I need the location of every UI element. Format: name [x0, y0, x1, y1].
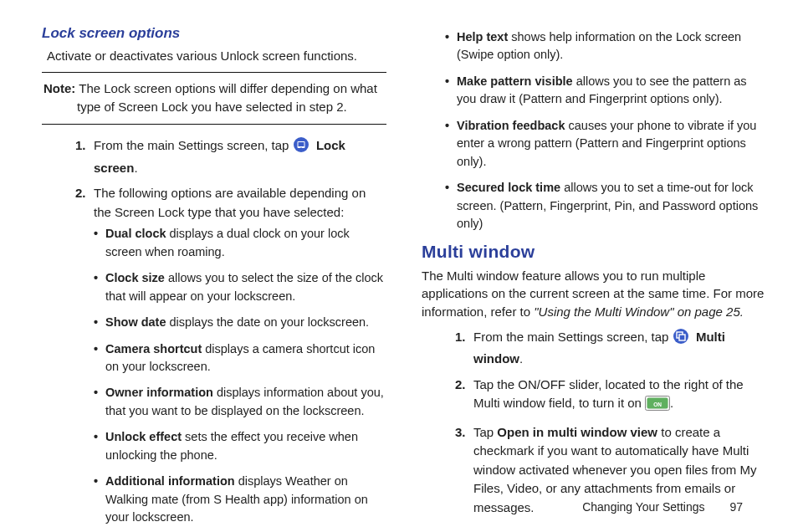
lock-step-2-text: The following options are available depe… — [94, 186, 366, 219]
multi-window-steps: From the main Settings screen, tap Multi… — [422, 328, 766, 518]
lock-step-1-text: From the main Settings screen, tap — [94, 138, 293, 152]
bullet-label: Secured lock time — [457, 181, 560, 194]
bullet-label: Owner information — [105, 386, 213, 399]
mw-intro-ref: "Using the Multi Window" — [534, 304, 673, 319]
left-column: Lock screen options Activate or deactiva… — [42, 25, 386, 532]
mw-step-1-end: . — [519, 351, 523, 366]
bullet-label: Show date — [105, 315, 166, 329]
bullet-label: Help text — [457, 30, 508, 43]
multi-window-icon — [673, 328, 689, 350]
mw-step-2-end: . — [670, 396, 673, 410]
columns: Lock screen options Activate or deactiva… — [42, 25, 766, 532]
bullet-label: Camera shortcut — [105, 342, 202, 356]
bullet-text: displays the date on your lockscreen. — [166, 315, 370, 329]
mw-step-2-text: Tap the ON/OFF slider, located to the ri… — [473, 377, 744, 411]
bullet-label: Additional information — [105, 474, 235, 488]
lock-steps: From the main Settings screen, tap Lock … — [42, 136, 386, 526]
lock-sub-list: Dual clock displays a dual clock on your… — [94, 225, 386, 526]
mw-step-3-a: Tap — [473, 425, 497, 439]
list-item: Secured lock time allows you to set a ti… — [445, 179, 766, 233]
svg-point-3 — [300, 148, 302, 150]
heading-multi-window: Multi window — [422, 242, 766, 262]
svg-text:ON: ON — [653, 402, 662, 407]
footer-chapter: Changing Your Settings — [582, 500, 704, 514]
list-item: Owner information displays information a… — [94, 384, 386, 420]
note-text: The Lock screen options will differ depe… — [77, 81, 377, 114]
lock-step-2: The following options are available depe… — [75, 184, 386, 526]
mw-step-3-bold: Open in multi window view — [497, 425, 657, 439]
list-item: Clock size allows you to select the size… — [94, 269, 386, 305]
manual-page: Lock screen options Activate or deactiva… — [0, 0, 798, 532]
svg-rect-2 — [298, 142, 304, 146]
footer-page-number: 97 — [729, 500, 743, 514]
lock-step-1-end: . — [134, 161, 137, 175]
mw-step-1: From the main Settings screen, tap Multi… — [455, 328, 766, 369]
bullet-label: Make pattern visible — [457, 74, 573, 88]
list-item: Additional information displays Weather … — [94, 473, 386, 526]
list-item: Dual clock displays a dual clock on your… — [94, 225, 386, 261]
mw-intro-b: on page 25. — [673, 304, 743, 319]
list-item: Unlock effect sets the effect you receiv… — [94, 428, 386, 464]
lock-step-1: From the main Settings screen, tap Lock … — [75, 136, 386, 177]
list-item: Vibration feedback causes your phone to … — [445, 117, 766, 171]
bullet-label: Unlock effect — [105, 430, 182, 443]
right-column: Help text shows help information on the … — [422, 25, 766, 532]
lock-sub-list-cont: Help text shows help information on the … — [445, 28, 766, 233]
heading-lock-screen-options: Lock screen options — [42, 25, 386, 42]
list-item: Make pattern visible allows you to see t… — [445, 73, 766, 109]
page-footer: Changing Your Settings 97 — [582, 500, 743, 514]
note-box: Note: The Lock screen options will diffe… — [42, 72, 386, 125]
list-item: Show date displays the date on your lock… — [94, 314, 386, 331]
svg-rect-6 — [679, 335, 685, 340]
bullet-label: Vibration feedback — [457, 119, 565, 132]
on-toggle-icon: ON — [645, 396, 670, 417]
list-item: Camera shortcut displays a camera shortc… — [94, 340, 386, 376]
note-label: Note: — [43, 81, 75, 95]
lock-screen-icon — [293, 136, 309, 159]
multi-window-intro: The Multi window feature allows you to r… — [422, 267, 766, 321]
lock-intro: Activate or deactivates various Unlock s… — [47, 47, 386, 65]
bullet-label: Clock size — [105, 271, 165, 284]
mw-step-2: Tap the ON/OFF slider, located to the ri… — [455, 376, 766, 417]
mw-step-1-text: From the main Settings screen, tap — [473, 330, 673, 344]
bullet-label: Dual clock — [105, 227, 166, 240]
list-item: Help text shows help information on the … — [445, 28, 766, 64]
